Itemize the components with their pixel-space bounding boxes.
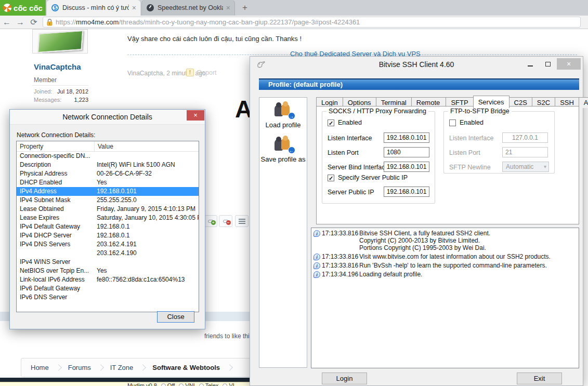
mudim-option[interactable]: VNI: [179, 382, 194, 386]
network-details-row[interactable]: Lease Obtained Friday, January 9, 2015 4…: [17, 205, 199, 214]
breadcrumb-label[interactable]: Forums: [68, 364, 91, 371]
network-details-row[interactable]: NetBIOS over Tcpip En... Yes: [17, 267, 199, 275]
network-details-row[interactable]: IPv6 DNS Server: [17, 293, 199, 302]
radio-icon[interactable]: [199, 383, 204, 386]
server-public-ip-field[interactable]: [384, 187, 429, 197]
breadcrumb-label[interactable]: IT Zone: [110, 364, 134, 371]
checkbox-unchecked-icon[interactable]: [449, 119, 456, 126]
minimize-icon: [528, 65, 533, 66]
security-warning-lock-icon[interactable]: !: [46, 19, 53, 26]
value-column-header[interactable]: Value: [95, 141, 116, 151]
breadcrumb-label[interactable]: Software & Webtools: [152, 364, 220, 371]
login-button[interactable]: Login: [322, 372, 367, 384]
mudim-option[interactable]: VI: [223, 382, 234, 386]
browser-tab-bar: cốc cốc $ Discuss - mình có ý tưởng × Sp…: [0, 0, 588, 16]
maximize-icon: [545, 62, 551, 66]
mudim-option-label: VI: [229, 382, 234, 386]
network-details-row[interactable]: Description Intel(R) WiFi Link 5100 AGN: [17, 161, 199, 169]
property-cell: IPv6 Default Gateway: [17, 284, 95, 293]
network-details-row[interactable]: Lease Expires Saturday, January 10, 2015…: [17, 214, 199, 222]
bitvise-title-bar[interactable]: Bitvise SSH Client 4.60 ×: [250, 57, 583, 72]
network-details-row[interactable]: IPv6 Default Gateway: [17, 284, 199, 293]
sftp-newline-dropdown: Automatic ▾: [502, 162, 549, 172]
reload-button[interactable]: ⟳: [27, 17, 41, 27]
ftp-group-title: FTP-to-SFTP Bridge: [448, 108, 512, 115]
value-cell: 203.162.4.191: [95, 240, 199, 249]
chevron-right-icon: [97, 364, 104, 371]
load-profile-label: Load profile: [259, 121, 307, 129]
breadcrumb-item[interactable]: Software & Webtools: [152, 364, 239, 371]
breadcrumb-item[interactable]: Forums: [68, 364, 110, 371]
tab-discuss[interactable]: $ Discuss - mình có ý tưởng ×: [47, 0, 140, 16]
breadcrumb-item[interactable]: Home: [31, 364, 68, 371]
network-details-row[interactable]: Connection-specific DN...: [17, 152, 199, 161]
checkbox-checked-icon[interactable]: ✓: [328, 119, 334, 126]
exit-button[interactable]: Exit: [517, 372, 562, 384]
value-cell: [95, 284, 199, 293]
network-details-row[interactable]: Link-local IPv6 Address fe80::7562:d8da:…: [17, 275, 199, 284]
ftp-enabled-label: Enabled: [460, 119, 484, 126]
network-details-row[interactable]: IPv4 DHCP Server 192.168.0.1: [17, 231, 199, 240]
server-bind-field[interactable]: [384, 162, 429, 172]
listen-interface-field[interactable]: [384, 132, 429, 143]
radio-icon[interactable]: [179, 383, 184, 386]
avatar[interactable]: [32, 29, 88, 54]
property-cell: IPv4 DHCP Server: [17, 231, 95, 240]
remove-link-button[interactable]: −: [219, 215, 232, 227]
ftp-enabled-checkbox[interactable]: Enabled: [449, 119, 484, 126]
network-details-row[interactable]: IPv4 WINS Server: [17, 258, 199, 267]
network-details-row[interactable]: IPv4 DNS Servers 203.162.4.191: [17, 240, 199, 249]
radio-icon[interactable]: [223, 383, 227, 386]
link-remove-icon: −: [223, 220, 229, 223]
mudim-option-label: Telex: [205, 382, 219, 386]
mudim-option[interactable]: Telex: [199, 382, 219, 386]
tab-close-icon[interactable]: ×: [226, 4, 230, 12]
log-message: Loading default profile.: [359, 271, 577, 278]
breadcrumb-label[interactable]: Home: [31, 364, 49, 371]
network-details-row[interactable]: IPv4 Address 192.168.0.101: [17, 187, 199, 196]
log-area[interactable]: i 17:13:33.816 Bitvise SSH Client, a ful…: [311, 228, 579, 368]
forward-button[interactable]: →: [14, 18, 27, 27]
coccoc-logo[interactable]: cốc cốc: [0, 0, 46, 16]
breadcrumb-item[interactable]: IT Zone: [110, 364, 153, 371]
mudim-title: Mudim v0.8: [127, 382, 157, 386]
align-left-button[interactable]: [235, 215, 249, 227]
network-details-row[interactable]: Physical Address 00-26-C6-CA-9F-32: [17, 169, 199, 178]
tab-close-icon[interactable]: ×: [132, 4, 136, 12]
network-details-row[interactable]: 203.162.4.190: [17, 249, 199, 258]
link-add-icon: +: [208, 220, 214, 223]
bitvise-tab[interactable]: About: [579, 97, 588, 108]
socks-enabled-checkbox[interactable]: ✓ Enabled: [328, 119, 362, 126]
property-column-header[interactable]: Property: [17, 141, 95, 151]
back-button[interactable]: ←: [0, 18, 14, 27]
new-tab-button[interactable]: +: [238, 2, 252, 14]
load-profile-button[interactable]: → Load profile: [259, 103, 307, 129]
messages-value: 1,223: [74, 97, 88, 103]
close-button[interactable]: Close: [157, 311, 194, 323]
network-rows: Connection-specific DN... Description In…: [17, 152, 199, 302]
insert-link-button[interactable]: +: [204, 215, 217, 227]
report-control[interactable]: ! Report: [186, 69, 217, 76]
dialog-close-button[interactable]: ×: [187, 110, 204, 121]
network-details-row[interactable]: IPv4 Default Gateway 192.168.0.1: [17, 222, 199, 231]
checkbox-checked-icon[interactable]: ✓: [328, 175, 334, 181]
mudim-option[interactable]: Off: [161, 382, 175, 386]
save-profile-button[interactable]: ← Save profile as: [259, 137, 307, 163]
minimize-button[interactable]: [521, 60, 539, 68]
network-details-list[interactable]: Property Value Connection-specific DN...…: [16, 141, 199, 312]
log-entry: i 17:13:33.816 Run 'BvSsh -help' to lear…: [313, 262, 577, 269]
network-details-row[interactable]: IPv4 Subnet Mask 255.255.255.0: [17, 196, 199, 205]
close-window-button[interactable]: ×: [557, 58, 581, 70]
tab-speedtest[interactable]: Speedtest.net by Ookla - T ×: [141, 0, 235, 16]
property-cell: IPv4 DNS Servers: [17, 240, 95, 249]
maximize-button[interactable]: [539, 62, 557, 66]
specify-public-ip-checkbox[interactable]: ✓ Specify Server Public IP: [328, 174, 408, 181]
network-details-row[interactable]: DHCP Enabled Yes: [17, 178, 199, 187]
radio-icon[interactable]: [161, 383, 166, 386]
ftp-listen-interface-field: [502, 132, 548, 143]
url-bar[interactable]: ! https://mmo4me.com/threads/minh-co-y-t…: [43, 17, 581, 28]
svg-text:!: !: [49, 22, 50, 25]
bitvise-tab[interactable]: Services: [473, 96, 509, 108]
author-username[interactable]: VinaCaptcha: [34, 62, 81, 71]
listen-port-field[interactable]: [384, 147, 429, 157]
